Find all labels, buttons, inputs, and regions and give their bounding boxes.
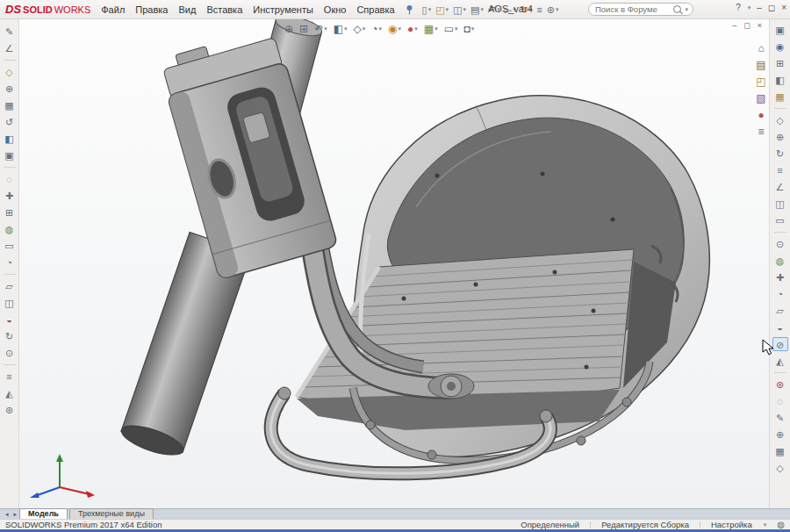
file-explorer-icon[interactable]: ◰ [756, 75, 765, 88]
left-toolbar-icon-10[interactable]: ✚ [2, 189, 18, 203]
right-toolbar-icon-12[interactable]: ▭ [772, 213, 788, 227]
menu-file[interactable]: Файл [96, 3, 130, 17]
right-toolbar-icon-4[interactable]: ◧ [772, 73, 788, 87]
lamp-housing[interactable] [297, 96, 709, 464]
left-toolbar-icon-7[interactable]: ◧ [2, 132, 18, 146]
left-toolbar-icon-14[interactable]: ◔ [2, 255, 18, 270]
tab-scroll-right-button[interactable]: ▸ [11, 509, 20, 519]
doc-minimize-button[interactable]: – [732, 21, 736, 30]
chevron-down-icon[interactable]: ▾ [455, 25, 458, 32]
design-library-icon[interactable]: ▤ [756, 59, 765, 71]
doc-close-button[interactable]: × [758, 21, 762, 30]
right-toolbar-icon-26[interactable]: ◇ [772, 461, 788, 475]
display-style-button[interactable]: ◔▾ [370, 21, 384, 36]
left-toolbar-icon-21[interactable]: ◭ [2, 386, 18, 400]
options-button[interactable]: ⊛▾ [545, 2, 561, 18]
right-toolbar-icon-13[interactable]: ⊙ [772, 237, 788, 251]
left-toolbar-icon-4[interactable]: ⊕ [2, 82, 18, 96]
chevron-down-icon[interactable]: ▾ [463, 6, 466, 13]
save-button[interactable]: ◫▾ [451, 2, 468, 18]
menu-tools[interactable]: Инструменты [248, 3, 319, 17]
pin-menu-icon[interactable] [405, 4, 414, 15]
left-toolbar-icon-18[interactable]: ↻ [2, 329, 18, 343]
left-toolbar-icon-9[interactable]: ◌ [2, 172, 18, 186]
chevron-down-icon[interactable]: ▾ [324, 25, 327, 32]
menu-insert[interactable]: Вставка [201, 3, 248, 17]
search-icon[interactable] [673, 5, 681, 13]
left-toolbar-icon-16[interactable]: ◫ [2, 296, 18, 310]
left-toolbar-icon-5[interactable]: ▦ [2, 98, 18, 112]
apply-scene-button[interactable]: ▦▾ [422, 21, 440, 36]
open-button[interactable]: ◰▾ [434, 2, 450, 18]
appearances-icon[interactable]: ● [758, 109, 764, 121]
zoom-to-area-button[interactable]: ⊞ [298, 21, 310, 36]
search-box[interactable]: ▾ [588, 3, 693, 16]
left-toolbar-icon-22[interactable]: ⊛ [2, 403, 18, 417]
right-toolbar-icon-10[interactable]: ∠ [772, 180, 788, 194]
status-custom-button[interactable]: Настройка [711, 520, 752, 529]
search-chevron-icon[interactable]: ▾ [685, 6, 688, 13]
globe-icon[interactable]: ◍ [777, 520, 785, 529]
chevron-down-icon[interactable]: ▾ [414, 25, 418, 32]
right-toolbar-icon-21[interactable]: ⊛ [772, 377, 788, 392]
left-toolbar-icon-1[interactable]: ✎ [2, 25, 18, 39]
right-toolbar-icon-1[interactable]: ▣ [772, 23, 788, 37]
right-toolbar-icon-24[interactable]: ⊕ [772, 428, 788, 442]
assembly-model[interactable] [19, 19, 769, 508]
right-toolbar-icon-16[interactable]: ◔ [772, 287, 788, 301]
right-toolbar-icon-23[interactable]: ✎ [772, 411, 788, 425]
chevron-down-icon[interactable]: ▾ [446, 6, 449, 13]
right-toolbar-icon-15[interactable]: ✚ [772, 270, 788, 284]
close-button[interactable]: × [781, 3, 786, 12]
file-properties-button[interactable]: ≡ [535, 2, 543, 18]
doc-restore-button[interactable]: ◻ [743, 21, 750, 30]
right-toolbar-icon-5[interactable]: ▦ [772, 90, 788, 104]
zoom-to-fit-button[interactable]: ⊕ [283, 21, 295, 36]
right-toolbar-icon-8[interactable]: ↻ [772, 147, 788, 161]
chevron-down-icon[interactable]: ▾ [556, 6, 559, 13]
left-toolbar-icon-19[interactable]: ⊙ [2, 346, 18, 360]
left-toolbar-icon-12[interactable]: ◍ [2, 222, 18, 236]
tab-3d-views[interactable]: Трехмерные виды [69, 508, 154, 519]
left-toolbar-icon-3[interactable]: ◇ [2, 65, 18, 79]
right-toolbar-icon-17[interactable]: ▱ [772, 304, 788, 318]
view-settings-button[interactable]: ▭▾ [442, 21, 460, 36]
left-toolbar-icon-20[interactable]: ≡ [2, 370, 18, 384]
chevron-down-icon[interactable]: ▾ [471, 25, 475, 32]
minimize-button[interactable]: – [757, 3, 762, 12]
print-button[interactable]: ▤▾ [469, 2, 485, 18]
left-toolbar-icon-2[interactable]: ∠ [2, 41, 18, 55]
chevron-down-icon[interactable]: ▾ [399, 25, 402, 32]
custom-properties-icon[interactable]: ≡ [758, 126, 764, 138]
left-toolbar-icon-8[interactable]: ▣ [2, 148, 18, 162]
help-button[interactable]: ? [736, 3, 741, 12]
left-toolbar-icon-17[interactable]: ◒ [2, 313, 18, 327]
help-chevron-icon[interactable]: ▾ [748, 4, 751, 11]
right-toolbar-icon-11[interactable]: ◫ [772, 197, 788, 211]
left-toolbar-icon-13[interactable]: ▭ [2, 239, 18, 253]
graphics-area[interactable]: ⊕ ⊞ ↶▾ ◧▾ ◇▾ ◔▾ ◉▾ ●▾ ▦▾ ▭▾ ◘▾ – ◻ × ⌂ [19, 19, 769, 508]
hide-show-items-button[interactable]: ◉▾ [386, 21, 403, 36]
right-toolbar-icon-6[interactable]: ◇ [772, 113, 788, 127]
right-toolbar-icon-9[interactable]: ≡ [772, 163, 788, 177]
left-toolbar-icon-15[interactable]: ▱ [2, 279, 18, 293]
right-toolbar-icon-2[interactable]: ◉ [772, 40, 788, 54]
restore-button[interactable]: ◻ [768, 3, 775, 12]
right-toolbar-icon-14[interactable]: ◍ [772, 254, 788, 268]
right-toolbar-icon-18[interactable]: ◒ [772, 320, 788, 334]
chevron-down-icon[interactable]: ▾ [363, 25, 366, 32]
left-toolbar-icon-6[interactable]: ↺ [2, 115, 18, 129]
right-toolbar-icon-3[interactable]: ⊞ [772, 56, 788, 70]
chevron-down-icon[interactable]: ▾ [434, 25, 438, 32]
menu-help[interactable]: Справка [351, 3, 399, 17]
right-toolbar-icon-20[interactable]: ◭ [772, 354, 788, 368]
right-toolbar-icon-19[interactable]: ⊘ [772, 337, 788, 351]
forum-search-input[interactable] [593, 4, 671, 15]
right-toolbar-icon-25[interactable]: ▦ [772, 444, 788, 458]
menu-edit[interactable]: Правка [130, 3, 173, 17]
chevron-down-icon[interactable]: ▾ [428, 6, 432, 13]
tab-model[interactable]: Модель [19, 508, 68, 519]
chevron-down-icon[interactable]: ▾ [344, 25, 348, 32]
right-toolbar-icon-22[interactable]: ◌ [772, 394, 788, 408]
status-custom-chevron-icon[interactable]: ▾ [764, 521, 767, 528]
